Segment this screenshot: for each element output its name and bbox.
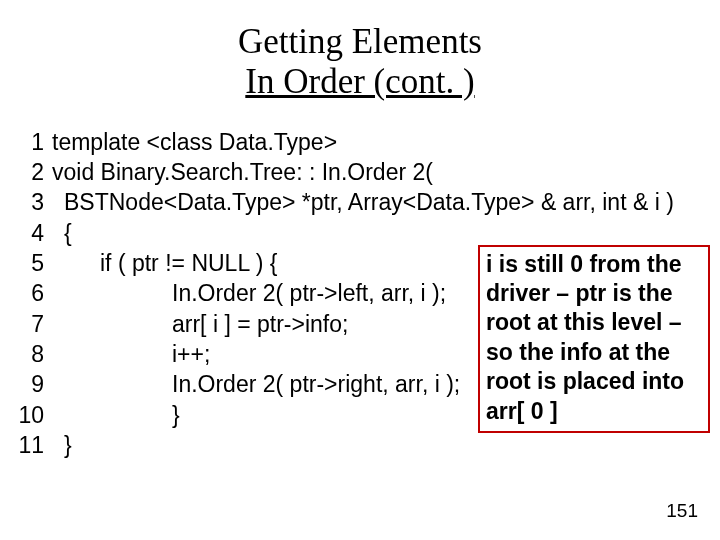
line-number: 10 — [14, 400, 52, 430]
code-text: BSTNode<Data.Type> *ptr, Array<Data.Type… — [52, 187, 674, 217]
annotation-callout: i is still 0 from the driver – ptr is th… — [478, 245, 710, 434]
line-number: 7 — [14, 309, 52, 339]
code-line: 4{ — [14, 218, 706, 248]
line-number: 9 — [14, 369, 52, 399]
page-number: 151 — [666, 500, 698, 522]
line-number: 5 — [14, 248, 52, 278]
code-text: In.Order 2( ptr->left, arr, i ); — [52, 278, 446, 308]
code-text: void Binary.Search.Tree: : In.Order 2( — [52, 157, 433, 187]
line-number: 2 — [14, 157, 52, 187]
slide-title: Getting Elements In Order (cont. ) — [14, 22, 706, 103]
code-line: 2void Binary.Search.Tree: : In.Order 2( — [14, 157, 706, 187]
annotation-text: i is still 0 from the driver – ptr is th… — [486, 251, 684, 424]
code-text: { — [52, 218, 72, 248]
slide-body: 1template <class Data.Type>2void Binary.… — [14, 127, 706, 461]
slide: Getting Elements In Order (cont. ) 1temp… — [0, 0, 720, 540]
code-text: } — [52, 400, 180, 430]
code-line: 3BSTNode<Data.Type> *ptr, Array<Data.Typ… — [14, 187, 706, 217]
code-text: } — [52, 430, 72, 460]
code-text: In.Order 2( ptr->right, arr, i ); — [52, 369, 460, 399]
code-line: 1template <class Data.Type> — [14, 127, 706, 157]
title-line-1: Getting Elements — [238, 22, 482, 61]
code-text: template <class Data.Type> — [52, 127, 337, 157]
code-text: i++; — [52, 339, 210, 369]
code-text: arr[ i ] = ptr->info; — [52, 309, 348, 339]
line-number: 6 — [14, 278, 52, 308]
line-number: 4 — [14, 218, 52, 248]
title-line-2: In Order (cont. ) — [245, 62, 474, 101]
line-number: 1 — [14, 127, 52, 157]
code-text: if ( ptr != NULL ) { — [52, 248, 277, 278]
code-line: 11} — [14, 430, 706, 460]
line-number: 11 — [14, 430, 52, 460]
line-number: 8 — [14, 339, 52, 369]
line-number: 3 — [14, 187, 52, 217]
